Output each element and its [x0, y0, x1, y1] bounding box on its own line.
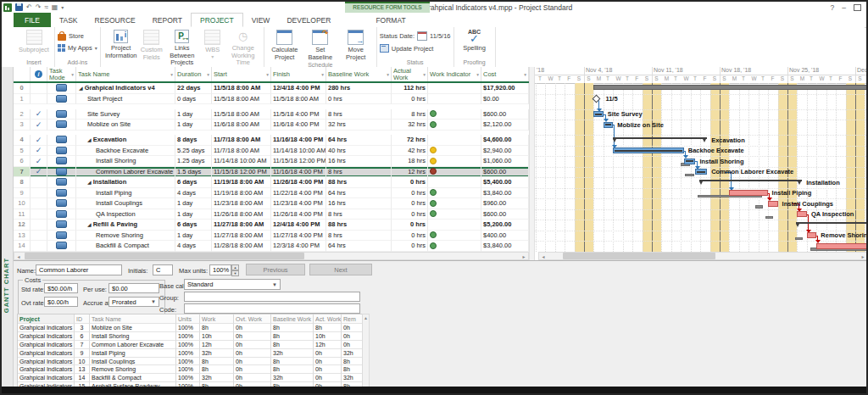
calculate-project-button[interactable]: Calculate Project [267, 27, 303, 61]
row-number[interactable]: 2 [14, 109, 31, 120]
redo-icon[interactable]: ↷ [36, 3, 42, 12]
assignment-header[interactable]: ID [75, 314, 90, 324]
start-cell[interactable]: 11/6/18 8:00 AM [212, 120, 271, 131]
task-bar-overallocated[interactable] [816, 243, 868, 249]
sort-filter-icon[interactable]: ▾ [170, 71, 173, 78]
task-name-cell[interactable]: Backhoe Excavate [76, 146, 175, 157]
restore-button[interactable] [854, 4, 861, 11]
task-row[interactable]: 1Start Project0 days11/5/18 8:00 AM11/5/… [14, 94, 529, 105]
finish-cell[interactable]: 12/4/18 4:00 PM [271, 220, 326, 231]
id-cell[interactable]: 10 [75, 358, 90, 366]
start-cell[interactable]: 11/7/18 8:00 AM [212, 135, 271, 146]
baseline-work-cell[interactable]: 40 hrs [326, 146, 392, 157]
baseline-work-cell[interactable]: 8 hrs [326, 209, 392, 220]
task-name-cell[interactable]: Install Shoring [76, 156, 175, 167]
task-info-cell[interactable] [31, 83, 47, 94]
work-cell[interactable]: 32h [200, 349, 234, 358]
finish-cell[interactable]: 11/22/18 4:00 PM [271, 188, 326, 199]
scroll-right-icon[interactable]: ▸ [520, 253, 528, 259]
task-info-cell[interactable] [31, 198, 47, 209]
baseline-work-cell[interactable]: 8h [271, 324, 314, 332]
assignment-header[interactable]: Work [200, 314, 234, 324]
task-name-cell[interactable]: ◢Installation [76, 177, 175, 188]
work-indicator-cell[interactable] [428, 146, 481, 157]
task-row[interactable]: 3✓Moblize on Site1 day11/6/18 8:00 AM11/… [14, 120, 529, 131]
task-row[interactable]: 10Install Couplings1 day11/23/18 8:00 AM… [14, 198, 529, 209]
task-mode-cell[interactable] [47, 198, 76, 209]
task-bar[interactable] [695, 169, 707, 175]
baseline-work-cell[interactable]: 8 hrs [326, 167, 392, 178]
cost-cell[interactable]: $5,400.00 [481, 177, 529, 188]
max-units-field[interactable]: 100% [209, 264, 231, 275]
actual-work-header[interactable]: Actual Work▾ [392, 67, 428, 81]
work-indicator-cell[interactable] [428, 198, 481, 209]
units-cell[interactable]: 100% [176, 358, 200, 366]
duration-cell[interactable]: 1 day [175, 209, 212, 220]
actual-work-cell[interactable]: 0 hrs [392, 241, 428, 252]
actual-work-cell[interactable]: 0 hrs [392, 220, 428, 231]
base-cal-select[interactable]: Standard▼ [184, 279, 281, 290]
row-number[interactable]: 13 [14, 231, 31, 242]
finish-cell[interactable]: 11/27/18 4:00 PM [271, 231, 326, 242]
task-mode-cell[interactable] [47, 188, 76, 199]
task-mode-cell[interactable] [47, 120, 76, 131]
act-work-cell[interactable]: 0h [314, 374, 342, 382]
set-baseline-button[interactable]: ↷ Set Baseline [303, 27, 338, 61]
table-scroll-thumb[interactable] [25, 253, 304, 259]
task-row[interactable]: 12◢Refill & Paving6 days11/27/18 8:00 AM… [14, 220, 529, 231]
baseline-work-header[interactable]: Baseline Work▾ [326, 67, 392, 81]
update-project-button[interactable]: Update Project [380, 44, 451, 53]
row-number[interactable]: 11 [14, 209, 31, 220]
task-info-cell[interactable]: ✓ [31, 120, 47, 131]
task-info-cell[interactable]: ✓ [31, 156, 47, 167]
work-indicator-cell[interactable] [428, 177, 481, 188]
assignment-row[interactable]: Grahpical Indicators v413Remove Shoring1… [18, 365, 363, 374]
row-number[interactable]: 0 [14, 83, 31, 94]
task-row[interactable]: 13Remove Shoring1 day11/27/18 8:00 AM11/… [14, 231, 529, 242]
status-date-field[interactable]: Status Date: 11/5/16 [380, 31, 451, 41]
work-cell[interactable]: 8h [200, 365, 234, 374]
work-indicator-cell[interactable] [428, 209, 481, 220]
duration-cell[interactable]: 1 day [175, 198, 212, 209]
work-indicator-cell[interactable] [428, 135, 481, 146]
duration-header[interactable]: Duration▾ [175, 67, 212, 81]
work-indicator-cell[interactable] [428, 231, 481, 242]
cost-cell[interactable]: $2,120.00 [481, 120, 529, 131]
task-name-cell[interactable]: Remove Shoring [76, 231, 175, 242]
task-name-cell[interactable]: Start Project [76, 94, 175, 105]
units-cell[interactable]: 100% [176, 365, 200, 374]
row-number[interactable]: 14 [14, 241, 31, 252]
ovt-rate-field[interactable]: $0.00/h [44, 297, 78, 307]
cost-cell[interactable]: $600.00 [481, 109, 529, 120]
baseline-work-cell[interactable]: 0 hrs [326, 94, 392, 105]
spelling-button[interactable]: ABC ✓ Spelling [457, 27, 492, 53]
assignment-row[interactable]: Grahpical Indicators v410Install Couplin… [18, 358, 363, 366]
units-cell[interactable]: 100% [176, 374, 200, 382]
assignment-header[interactable]: Rem [342, 314, 363, 324]
finish-cell[interactable]: 11/26/18 4:00 PM [271, 209, 326, 220]
units-cell[interactable]: 100% [176, 341, 200, 349]
start-header[interactable]: Start▾ [212, 67, 271, 81]
cost-cell[interactable]: $2,940.00 [481, 146, 529, 157]
baseline-work-cell[interactable]: 32 hrs [326, 120, 392, 131]
baseline-work-cell[interactable]: 8 hrs [326, 231, 392, 242]
task-info-cell[interactable] [31, 220, 47, 231]
task-bar-overallocated[interactable] [807, 232, 816, 238]
project-cell[interactable]: Grahpical Indicators v4 [18, 365, 75, 374]
expand-collapse-icon[interactable]: ◢ [87, 221, 92, 227]
task-name-cell[interactable]: Site Survey [76, 109, 175, 120]
duration-cell[interactable]: 4 days [175, 188, 212, 199]
start-cell[interactable]: 11/5/18 8:00 AM [212, 94, 271, 105]
ovt-work-cell[interactable]: 0h [234, 349, 271, 358]
work-indicator-cell[interactable] [428, 109, 481, 120]
finish-cell[interactable]: 11/16/18 4:00 PM [271, 167, 326, 178]
act-work-cell[interactable]: 10h [314, 332, 342, 341]
assignment-header[interactable]: Task Name [90, 314, 176, 324]
save-icon[interactable] [15, 3, 23, 11]
project-app-icon[interactable] [3, 3, 12, 12]
task-info-cell[interactable] [31, 177, 47, 188]
task-name-cell[interactable]: ◢Refill & Paving [76, 220, 175, 231]
start-cell[interactable]: 11/26/18 8:00 AM [212, 209, 271, 220]
start-cell[interactable]: 11/14/18 10:00 AM [212, 156, 271, 167]
ovt-work-cell[interactable]: 0h [234, 324, 271, 332]
